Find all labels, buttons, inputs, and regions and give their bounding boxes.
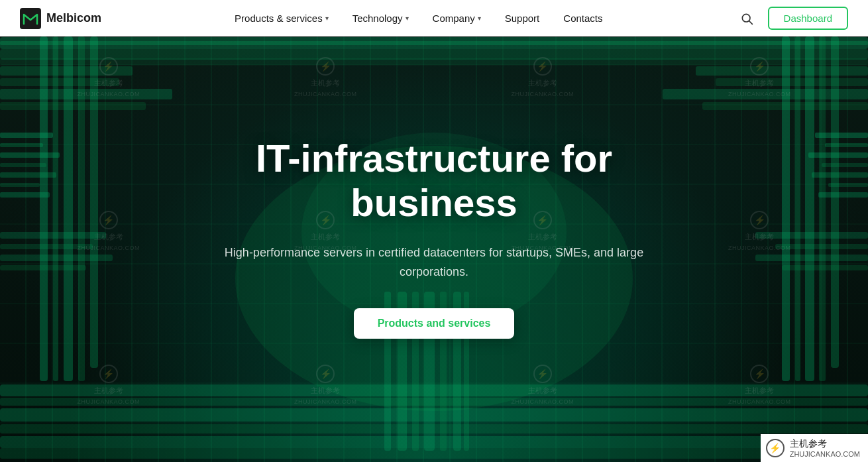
nav-contacts[interactable]: Contacts xyxy=(554,7,612,29)
nav-support[interactable]: Support xyxy=(496,7,549,29)
search-icon xyxy=(740,12,753,25)
brand-name: Melbicom xyxy=(46,11,101,25)
nav-links: Products & services ▾ Technology ▾ Compa… xyxy=(225,7,612,29)
hero-content: IT-infrastructure for business High-perf… xyxy=(202,123,666,352)
hero-subtitle: High-performance servers in certified da… xyxy=(215,243,653,282)
chevron-down-icon: ▾ xyxy=(406,15,409,22)
chevron-down-icon: ▾ xyxy=(325,15,329,22)
navbar: Melbicom Products & services ▾ Technolog… xyxy=(0,0,868,36)
watermark-badge-text: 主机参考 ZHUJICANKAO.COM xyxy=(790,438,860,458)
svg-line-2 xyxy=(749,21,752,24)
nav-company[interactable]: Company ▾ xyxy=(423,7,490,29)
nav-technology[interactable]: Technology ▾ xyxy=(343,7,418,29)
chevron-down-icon: ▾ xyxy=(478,15,481,22)
brand-logo[interactable]: Melbicom xyxy=(20,8,101,29)
hero-cta-button[interactable]: Products and services xyxy=(354,308,515,339)
dashboard-button[interactable]: Dashboard xyxy=(768,7,848,30)
hero-title: IT-infrastructure for business xyxy=(215,137,653,225)
navbar-actions: Dashboard xyxy=(736,7,848,30)
hero-section: ⚡ 主机参考 ZHUJICANKAO.COM ⚡ 主机参考 ZHUJICANKA… xyxy=(0,0,868,462)
nav-products-services[interactable]: Products & services ▾ xyxy=(225,7,338,29)
watermark-badge-icon: ⚡ xyxy=(766,439,785,457)
melbicom-logo-icon xyxy=(20,8,41,29)
bottom-watermark-badge: ⚡ 主机参考 ZHUJICANKAO.COM xyxy=(761,434,868,462)
search-button[interactable] xyxy=(736,8,757,29)
